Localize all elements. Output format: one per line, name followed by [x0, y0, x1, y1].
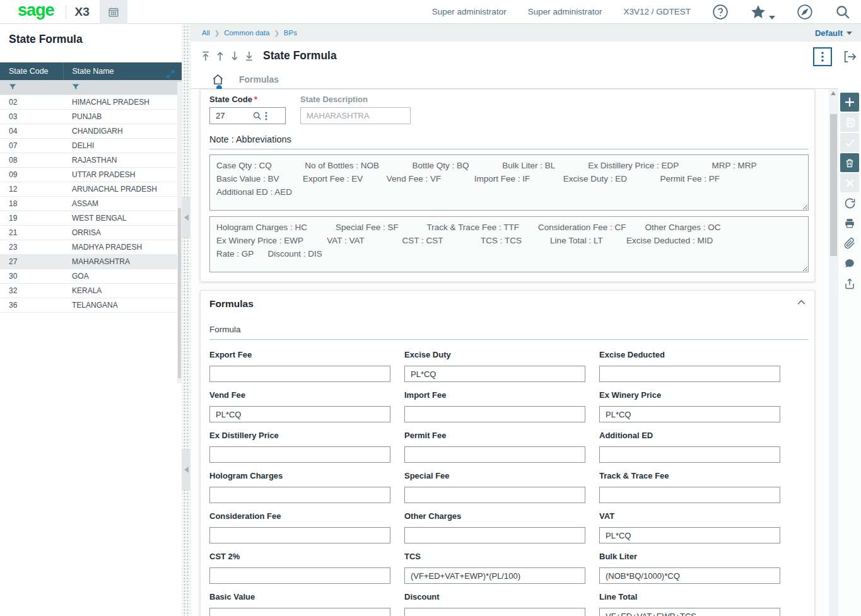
- previous-record-icon[interactable]: [215, 50, 225, 62]
- print-button[interactable]: [840, 214, 859, 233]
- formula-field-label: Bulk Liter: [599, 552, 780, 561]
- formula-field: Hologram Charges: [209, 471, 390, 503]
- panel-splitter[interactable]: [182, 24, 190, 616]
- collapse-section-icon[interactable]: [797, 299, 805, 305]
- page-title: State Formula: [263, 49, 337, 62]
- exit-function-icon[interactable]: [843, 50, 857, 63]
- breadcrumb-bps[interactable]: BPs: [284, 29, 297, 37]
- table-row[interactable]: 23 MADHYA PRADESH: [0, 240, 182, 254]
- first-record-icon[interactable]: [201, 50, 211, 62]
- lookup-search-icon[interactable]: [252, 111, 262, 120]
- view-selector[interactable]: Default: [815, 28, 852, 38]
- main-scrollbar-thumb[interactable]: [830, 114, 837, 256]
- formula-field-input[interactable]: [599, 446, 780, 463]
- field-options-icon[interactable]: [265, 112, 267, 120]
- next-record-icon[interactable]: [230, 50, 240, 62]
- endpoint-selector[interactable]: X3V12 / GDTEST: [623, 7, 691, 16]
- table-scrollbar-thumb[interactable]: [178, 208, 181, 378]
- formula-field-input[interactable]: [209, 366, 390, 382]
- column-header-state-name[interactable]: State Name: [63, 62, 182, 80]
- validate-button[interactable]: [840, 133, 859, 152]
- table-row[interactable]: 36 TELANGANA: [0, 298, 182, 312]
- filter-cell-name[interactable]: [63, 80, 182, 95]
- attachments-button[interactable]: [840, 234, 859, 253]
- home-tab[interactable]: [212, 74, 224, 85]
- filter-cell-code[interactable]: [0, 80, 63, 95]
- state-code-field[interactable]: [209, 107, 286, 124]
- formula-field-input[interactable]: [404, 527, 585, 543]
- breadcrumb-common-data[interactable]: Common data: [224, 29, 269, 37]
- column-header-state-code[interactable]: State Code: [0, 62, 63, 80]
- check-icon: [845, 137, 855, 148]
- top-bar: sage X3 Super administrator Super admini…: [0, 0, 861, 24]
- breadcrumb-all[interactable]: All: [202, 29, 210, 37]
- formula-field: Ex Winery Price: [599, 390, 780, 422]
- formula-field: VAT: [599, 511, 780, 543]
- table-row[interactable]: 27 MAHARASHTRA: [0, 254, 182, 269]
- cancel-button[interactable]: [840, 173, 859, 192]
- table-row[interactable]: 04 CHANDIGARH: [0, 124, 182, 138]
- state-name-cell: MAHARASHTRA: [63, 254, 182, 269]
- table-row[interactable]: 07 DELHI: [0, 138, 182, 153]
- state-code-cell: 21: [0, 225, 63, 240]
- favorites-icon[interactable]: [750, 4, 766, 20]
- main-scrollbar[interactable]: [829, 89, 838, 616]
- formula-field-input[interactable]: [209, 527, 390, 543]
- collapse-panel-handle[interactable]: [182, 197, 190, 238]
- formula-field-input[interactable]: [209, 567, 390, 584]
- formula-field-input[interactable]: [209, 406, 390, 422]
- favorites-caret-icon[interactable]: [769, 15, 775, 20]
- table-row[interactable]: 08 RAJASTHAN: [0, 153, 182, 167]
- formula-field-input[interactable]: [404, 487, 585, 503]
- required-asterisk: *: [254, 95, 257, 104]
- last-record-icon[interactable]: [244, 50, 254, 62]
- table-scrollbar[interactable]: [177, 82, 182, 383]
- formula-field-input[interactable]: [209, 608, 390, 616]
- table-row[interactable]: 12 ARUNACHAL PRADESH: [0, 182, 182, 196]
- tab-formulas[interactable]: Formulas: [239, 74, 279, 84]
- save-button[interactable]: [840, 113, 859, 132]
- user-function-menu[interactable]: Super administrator: [432, 7, 507, 16]
- table-row[interactable]: 30 GOA: [0, 269, 182, 283]
- delete-button[interactable]: [840, 153, 859, 172]
- table-row[interactable]: 32 KERALA: [0, 283, 182, 298]
- formula-field-input[interactable]: [599, 487, 780, 503]
- comments-button[interactable]: [840, 254, 859, 273]
- formula-field-input[interactable]: [599, 527, 780, 543]
- abbreviations-textarea-1[interactable]: Case Qty : CQ No of Bottles : NOB Bottle…: [209, 154, 809, 211]
- table-row[interactable]: 21 ORRISA: [0, 225, 182, 240]
- scroll-up-icon[interactable]: [831, 91, 836, 95]
- search-icon[interactable]: [835, 4, 851, 20]
- formula-field-input[interactable]: [404, 446, 585, 463]
- user-name-menu[interactable]: Super administrator: [528, 7, 602, 16]
- table-row[interactable]: 18 ASSAM: [0, 196, 182, 211]
- expand-panel-icon[interactable]: [166, 69, 175, 79]
- formula-field-input[interactable]: [599, 567, 780, 584]
- formula-field-input[interactable]: [404, 608, 585, 616]
- help-icon[interactable]: [712, 4, 729, 20]
- formula-field-input[interactable]: [404, 366, 585, 382]
- formula-field-input[interactable]: [404, 406, 585, 422]
- table-row[interactable]: 03 PUNJAB: [0, 109, 182, 124]
- formula-field-input[interactable]: [209, 487, 390, 503]
- more-actions-button[interactable]: [813, 47, 832, 66]
- abbreviations-textarea-2[interactable]: Hologram Charges : HC Special Fee : SF T…: [209, 216, 809, 272]
- table-row[interactable]: 19 WEST BENGAL: [0, 211, 182, 225]
- table-row[interactable]: 09 UTTAR PRADESH: [0, 167, 182, 182]
- formula-field: Export Fee: [209, 350, 390, 382]
- table-row[interactable]: 02 HIMACHAL PRADESH: [0, 95, 182, 109]
- share-button[interactable]: [840, 274, 859, 293]
- brand-separator: [66, 5, 66, 19]
- formulas-section: Formulas Formula Export Fee Excise Duty …: [200, 290, 815, 616]
- formula-field-input[interactable]: [404, 567, 585, 584]
- refresh-button[interactable]: [840, 194, 859, 212]
- formula-field-input[interactable]: [599, 608, 780, 616]
- navigation-compass-icon[interactable]: [797, 4, 813, 20]
- new-record-button[interactable]: [840, 93, 859, 112]
- formula-field-input[interactable]: [209, 446, 390, 463]
- calendar-tab[interactable]: [100, 0, 127, 24]
- formula-field-input[interactable]: [599, 406, 780, 422]
- state-code-input[interactable]: [216, 111, 252, 120]
- formula-field-input[interactable]: [599, 366, 780, 382]
- collapse-panel-handle[interactable]: [182, 450, 190, 490]
